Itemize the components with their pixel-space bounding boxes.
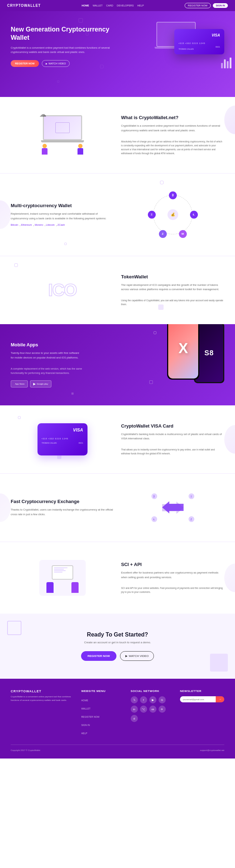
card-number: •315 •332 0215 1245 <box>42 438 83 440</box>
eth-orbit: Ξ <box>148 211 156 219</box>
hero-watch-button[interactable]: WATCH VIDEO <box>42 60 70 67</box>
phones-container: X S8 <box>167 324 224 380</box>
token-detail: Using the capabilities of CryptoWallet, … <box>121 298 224 306</box>
footer-tagline: CryptoWallet is a convenient online paym… <box>11 695 74 702</box>
visa-desc: CryptoWallet's banking tools include a m… <box>121 432 224 442</box>
mobile-detail: A complete replacement of the web versio… <box>11 367 82 375</box>
nav-wallet[interactable]: WALLET <box>92 4 102 7</box>
ethereum-link[interactable]: Ethereum <box>21 224 32 226</box>
visa-card-display: VISA •315 •332 0215 1245 THOMAS CALLEN 0… <box>38 423 88 455</box>
multi-title: Multi-cryptocurrency Wallet <box>11 203 114 208</box>
nav-developers[interactable]: DEVELOPERS <box>117 4 134 7</box>
ico-letters-display: ICO <box>41 276 84 304</box>
google-play-button[interactable]: ▶ Google play <box>30 380 51 387</box>
token-desc: The rapid development of ICO campaigns a… <box>121 283 224 292</box>
phone-x-screen: X <box>168 324 198 379</box>
footer-menu-list: HOME WALLET REGISTER NOW SIGN IN HELP <box>81 696 123 736</box>
copyright-text: Copyright 2017 © CryptoWallet <box>11 749 40 751</box>
app-store-label: App Store <box>15 383 25 385</box>
exchange-section: Fast Cryptocurrency Exchange Thanks to C… <box>0 474 235 542</box>
nav-home[interactable]: HOME <box>81 4 89 7</box>
footer-help-link[interactable]: HELP <box>81 732 87 735</box>
ico-illustration: ICO <box>11 276 114 304</box>
hero-description: CryptoWallet is a convenient online paym… <box>11 46 111 54</box>
sci-section: SCI + API Excellent offer for business p… <box>0 542 235 614</box>
nav-signin-button[interactable]: SIGN IN <box>213 3 228 8</box>
youtube-icon[interactable]: ▶ <box>149 696 156 703</box>
token-text: TokenWallet The rapid development of ICO… <box>121 274 224 307</box>
ready-watch-button[interactable]: ▶ WATCH VIDEO <box>120 651 154 661</box>
monero-link[interactable]: Monero <box>35 224 43 226</box>
card-number: •315 •332 0215 1245 <box>179 42 220 44</box>
crypto-links: Bitcoin, Ethereum, Monero, Litecoin, ZCa… <box>11 224 114 226</box>
linkedin-icon[interactable]: in <box>131 706 138 713</box>
bitcoin-link[interactable]: Bitcoin <box>11 224 18 226</box>
ready-buttons: REGISTER NOW ▶ WATCH VIDEO <box>11 651 224 661</box>
card-info: THOMAS CALLEN 09/21 <box>42 442 83 444</box>
zcash-link[interactable]: ZCash <box>58 224 65 226</box>
card-name: THOMAS CALLEN <box>42 442 57 444</box>
multi-text: Multi-cryptocurrency Wallet Replenishmen… <box>11 203 114 226</box>
footer-signin-link[interactable]: SIGN IN <box>81 724 90 726</box>
discord-icon[interactable]: d <box>131 715 138 722</box>
sci-lines <box>52 566 72 575</box>
litecoin-link[interactable]: Litecoin <box>46 224 55 226</box>
footer-social-title: SOCIAL NETWORK <box>131 689 173 693</box>
google-play-label: Google play <box>37 383 48 385</box>
play-icon: ▶ <box>125 654 128 658</box>
ready-section: Ready To Get Started? Create an account … <box>0 614 235 679</box>
card-name: THOMAS CALLEN <box>179 48 194 50</box>
navbar: CRYPTOWALLET HOME WALLET CARD DEVELOPERS… <box>0 0 235 11</box>
visa-logo: VISA <box>42 428 83 433</box>
mobile-content: Mobile Apps Twenty-four-hour access to y… <box>11 342 89 387</box>
github-icon[interactable]: ⌥ <box>140 706 147 713</box>
exchange-title: Fast Cryptocurrency Exchange <box>11 499 114 504</box>
hero-buttons: REGISTER NOW WATCH VIDEO <box>11 60 111 67</box>
footer-menu-title: WEBSITE MENU <box>81 689 123 693</box>
sci-person-right <box>71 582 79 593</box>
mobile-desc: Twenty-four-hour access to your assets w… <box>11 351 82 360</box>
sci-title: SCI + API <box>121 562 224 567</box>
facebook-icon[interactable]: f <box>140 696 147 703</box>
app-store-button[interactable]: App Store <box>11 380 28 387</box>
nav-register-button[interactable]: REGISTER NOW <box>185 3 211 8</box>
footer-wallet-link[interactable]: WALLET <box>81 707 90 710</box>
phone-s8-label: S8 <box>204 349 214 357</box>
xmr-orbit: M <box>179 230 187 238</box>
multi-illustration: 💰 ₿ Ξ Ł Z M <box>121 191 224 238</box>
ready-register-button[interactable]: REGISTER NOW <box>81 651 116 661</box>
visa-text: CryptoWallet VISA Card CryptoWallet's ba… <box>121 423 224 456</box>
hero-register-button[interactable]: REGISTER NOW <box>11 60 39 67</box>
telegram-icon[interactable]: ✈ <box>159 706 166 713</box>
nav-help[interactable]: HELP <box>138 4 144 7</box>
sci-display <box>39 560 86 596</box>
support-email: support@cryptowallet.net <box>200 749 224 751</box>
vk-icon[interactable]: vk <box>149 706 156 713</box>
nav-card[interactable]: CARD <box>106 4 113 7</box>
what-detail: Absolutely free of charge you can get an… <box>121 140 224 155</box>
sci-illustration <box>11 560 114 596</box>
footer-register-link[interactable]: REGISTER NOW <box>81 716 99 718</box>
mobile-title: Mobile Apps <box>11 342 89 347</box>
ready-desc: Create an account or get in touch to req… <box>11 641 224 644</box>
newsletter-email-input[interactable] <box>180 696 216 702</box>
exchange-illustration: ₿ Ξ Ł Z <box>121 492 224 524</box>
ready-title: Ready To Get Started? <box>11 632 224 638</box>
hero-card-visual: VISA •315 •332 0215 1245 THOMAS CALLEN 0… <box>156 22 228 72</box>
newsletter-submit-button[interactable]: → <box>216 696 224 702</box>
multi-desc: Replenishment, instant currency exchange… <box>11 212 114 221</box>
twitter-icon[interactable]: 𝕏 <box>131 696 138 703</box>
newsletter-form: → <box>180 696 224 702</box>
nav-links: HOME WALLET CARD DEVELOPERS HELP <box>81 4 144 7</box>
hero-title: New Generation Cryptocurrency Wallet <box>11 25 111 42</box>
phone-x-label: X <box>179 340 188 356</box>
googleplus-icon[interactable]: G <box>159 696 166 703</box>
sci-monitor <box>52 565 73 580</box>
footer-home-link[interactable]: HOME <box>81 699 88 702</box>
hero-section: New Generation Cryptocurrency Wallet Cry… <box>0 11 235 97</box>
token-section: ICO TokenWallet The rapid development of… <box>0 256 235 325</box>
card-exp: 09/21 <box>215 46 220 50</box>
footer: CRYPTOWALLET CryptoWallet is a convenien… <box>0 679 235 759</box>
footer-bottom: Copyright 2017 © CryptoWallet support@cr… <box>11 745 224 751</box>
hero-content: New Generation Cryptocurrency Wallet Cry… <box>11 25 111 67</box>
